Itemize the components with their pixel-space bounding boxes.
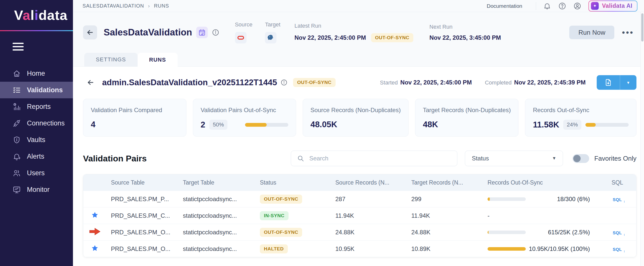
- column-source-records: Source Records (N...: [331, 179, 407, 186]
- back-button[interactable]: [83, 25, 97, 39]
- sidebar-item-label: Alerts: [27, 153, 44, 160]
- stat-cards: Validation Pairs Compared 4 Validation P…: [83, 99, 636, 137]
- sidebar: Validata Home Validations Reports Connec…: [0, 0, 73, 266]
- out-of-sync-bar: [488, 247, 526, 251]
- next-run-value: Nov 22, 2025, 3:45:00 PM: [429, 34, 501, 41]
- target-records-cell: 24.88K: [407, 229, 483, 236]
- table-row[interactable]: PRD_SALES.PM_O... statictpccloadsync... …: [83, 240, 636, 257]
- started-value: Nov 22, 2025, 2:45:00 PM: [400, 79, 472, 86]
- started-label: Started: [380, 79, 398, 86]
- favorites-label: Favorites Only: [594, 155, 636, 162]
- status-filter-select[interactable]: Status ▼: [465, 151, 563, 166]
- status-badge: OUT-OF-SYNC: [293, 78, 335, 87]
- sidebar-item-vaults[interactable]: Vaults: [0, 131, 73, 148]
- stat-card-pairs-compared: Validation Pairs Compared 4: [83, 99, 186, 137]
- stat-card-target-records: Target Records (Non-Duplicates) 48K: [415, 99, 518, 137]
- hamburger-menu-icon[interactable]: [13, 43, 24, 51]
- export-dropdown-button[interactable]: ▼: [620, 75, 636, 90]
- validation-pairs-table: Source Table Target Table Status Source …: [83, 174, 636, 257]
- sidebar-item-reports[interactable]: Reports: [0, 98, 73, 115]
- status-badge: OUT-OF-SYNC: [260, 228, 302, 237]
- source-records-cell: 10.95K: [331, 245, 407, 252]
- arrow-left-icon: [87, 78, 95, 86]
- table-row[interactable]: PRD_SALES.PM_P... statictpccloadsync... …: [83, 191, 636, 207]
- sidebar-item-label: Connections: [27, 119, 65, 127]
- caret-down-icon: ▼: [552, 156, 556, 161]
- favorites-toggle[interactable]: [573, 154, 589, 163]
- target-table-cell: statictpccloadsync...: [178, 212, 255, 219]
- shield-icon: [13, 136, 21, 144]
- favorite-star-icon[interactable]: [91, 211, 99, 220]
- run-info-icon[interactable]: [280, 79, 288, 86]
- tab-runs[interactable]: RUNS: [138, 53, 178, 67]
- out-of-sync-text: 615/25K (2.5%): [548, 229, 590, 236]
- breadcrumb-current[interactable]: RUNS: [154, 3, 169, 9]
- tab-bar: SETTINGS RUNS: [83, 53, 636, 66]
- sidebar-item-label: Reports: [27, 103, 51, 111]
- sidebar-item-monitor[interactable]: Monitor: [0, 181, 73, 198]
- arrow-left-icon: [86, 28, 94, 36]
- validata-ai-button[interactable]: ✦ Validata AI: [588, 1, 637, 12]
- source-table-cell: PRD_SALES.PM_P...: [106, 196, 178, 203]
- logo-text: Validata: [14, 7, 67, 23]
- column-target-records: Target Records (N...: [407, 179, 483, 186]
- column-sql: SQL: [598, 179, 636, 186]
- help-icon[interactable]: [558, 2, 566, 10]
- run-now-button[interactable]: Run Now: [569, 26, 614, 39]
- favorite-star-icon[interactable]: [91, 244, 99, 253]
- search-input[interactable]: [309, 155, 451, 162]
- export-split-button: ▼: [597, 75, 636, 90]
- sidebar-item-connections[interactable]: Connections: [0, 115, 73, 131]
- target-table-cell: statictpccloadsync...: [178, 229, 255, 236]
- schedule-calendar-icon[interactable]: [196, 27, 208, 38]
- account-icon[interactable]: [573, 2, 581, 10]
- next-run-meta: Next Run Nov 22, 2025, 3:45:00 PM: [429, 24, 501, 41]
- column-records-out-of-sync: Records Out-Of-Sync: [483, 179, 598, 186]
- oracle-db-icon: [235, 32, 247, 43]
- progress-bar: [585, 123, 629, 127]
- sql-download-icon[interactable]: SQL↓: [613, 197, 622, 202]
- source-table-cell: PRD_SALES.PM_C...: [106, 212, 178, 219]
- sql-download-icon[interactable]: SQL↓: [613, 231, 622, 236]
- run-back-button[interactable]: [87, 78, 95, 86]
- stat-card-records-out-of-sync: Records Out-of-Sync 11.58K 24%: [525, 99, 636, 137]
- progress-bar: [245, 123, 288, 127]
- target-records-cell: 299: [407, 196, 483, 203]
- source-table-cell: PRD_SALES.PM_O...: [106, 229, 178, 236]
- target-table-cell: statictpccloadsync...: [178, 196, 255, 203]
- source-meta: Source: [235, 21, 253, 43]
- sidebar-item-home[interactable]: Home: [0, 65, 73, 82]
- more-actions-icon[interactable]: •••: [622, 30, 634, 35]
- download-report-button[interactable]: [597, 75, 620, 90]
- section-title: Validation Pairs: [83, 154, 147, 163]
- table-row[interactable]: PRD_SALES.PM_O... statictpccloadsync... …: [83, 224, 636, 240]
- sidebar-item-users[interactable]: Users: [0, 165, 73, 181]
- home-icon: [13, 69, 21, 78]
- table-header: Source Table Target Table Status Source …: [83, 174, 636, 191]
- validation-info-icon[interactable]: [212, 29, 219, 36]
- vertical-scrollbar: [640, 12, 644, 266]
- users-icon: [13, 169, 21, 177]
- scrollbar-thumb[interactable]: [641, 13, 643, 41]
- topbar-divider: [536, 2, 536, 10]
- validata-logo: Validata: [0, 0, 73, 30]
- documentation-link[interactable]: Documentation: [487, 3, 522, 9]
- report-chart-icon: [13, 103, 21, 111]
- postgresql-db-icon: [265, 32, 276, 43]
- tab-settings[interactable]: SETTINGS: [84, 53, 138, 66]
- topbar: SALESDATAVALIDATION › RUNS Documentation…: [73, 0, 644, 12]
- stat-value: 11.58K: [533, 120, 559, 129]
- notifications-bell-icon[interactable]: [543, 2, 551, 10]
- stat-label: Validation Pairs Out-of-Sync: [201, 107, 289, 114]
- sidebar-item-validations[interactable]: Validations: [0, 82, 73, 98]
- monitor-icon: [13, 186, 21, 194]
- sidebar-item-label: Validations: [27, 86, 63, 94]
- breadcrumb: SALESDATAVALIDATION › RUNS: [83, 3, 169, 9]
- source-records-cell: 24.88K: [331, 229, 407, 236]
- sql-download-icon[interactable]: SQL↓: [613, 247, 622, 252]
- breadcrumb-parent[interactable]: SALESDATAVALIDATION: [83, 3, 144, 9]
- table-row[interactable]: PRD_SALES.PM_C... statictpccloadsync... …: [83, 207, 636, 224]
- sidebar-item-alerts[interactable]: Alerts: [0, 148, 73, 165]
- sidebar-item-label: Users: [27, 169, 45, 177]
- target-records-cell: 10.89K: [407, 245, 483, 252]
